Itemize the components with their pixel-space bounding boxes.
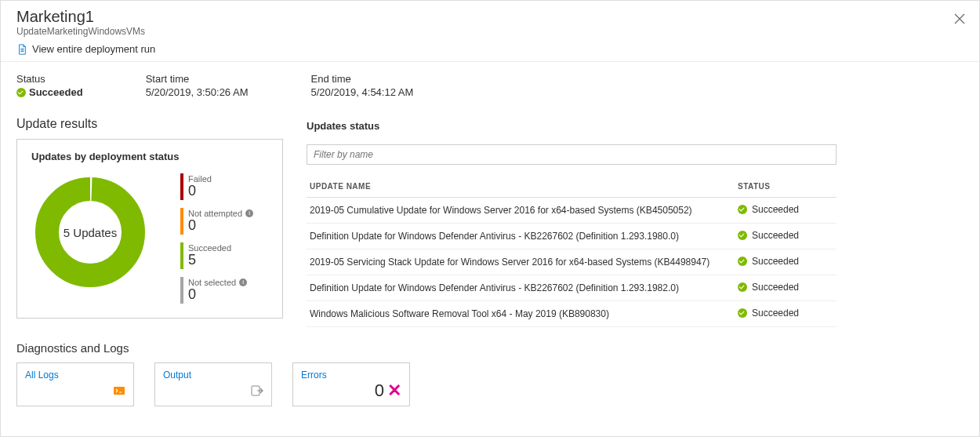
- legend-succeeded-count: 5: [188, 253, 231, 268]
- view-deployment-run-link[interactable]: View entire deployment run: [16, 43, 155, 55]
- legend-not-attempted-label: Not attemptedi: [188, 209, 253, 218]
- close-button[interactable]: [951, 9, 968, 31]
- diagnostics-cards: All Logs Output Errors 0 ✕: [16, 362, 964, 406]
- legend-not-selected: Not selectedi 0: [180, 277, 253, 304]
- blade-root: Marketing1 UpdateMarketingWindowsVMs Vie…: [0, 0, 980, 437]
- summary-end-time: End time 5/20/2019, 4:54:12 AM: [310, 73, 413, 98]
- errors-label: Errors: [301, 370, 401, 381]
- status-text: Succeeded: [752, 256, 799, 267]
- donut-center-label: 5 Updates: [31, 173, 149, 291]
- chart-legend: Failed 0 Not attemptedi 0: [180, 173, 253, 304]
- document-icon: [16, 44, 27, 55]
- diagnostics-heading: Diagnostics and Logs: [16, 341, 964, 355]
- status-text: Succeeded: [752, 308, 799, 319]
- update-status-cell: Succeeded: [735, 301, 837, 327]
- legend-not-attempted-count: 0: [188, 218, 253, 234]
- legend-not-attempted: Not attemptedi 0: [180, 208, 253, 235]
- status-text: Succeeded: [752, 204, 799, 215]
- output-label: Output: [163, 370, 263, 381]
- update-status-cell: Succeeded: [735, 198, 837, 224]
- legend-color-not-selected: [180, 277, 183, 304]
- legend-succeeded: Succeeded 5: [180, 242, 253, 269]
- right-column: Updates status UPDATE NAME STATUS 2019-0…: [307, 117, 964, 327]
- summary-status: Status Succeeded: [16, 73, 83, 98]
- success-icon: [738, 205, 747, 214]
- output-icon: [251, 384, 263, 399]
- toolbar: View entire deployment run: [1, 40, 979, 62]
- legend-failed-count: 0: [188, 184, 212, 199]
- donut-row: 5 Updates Failed 0: [31, 173, 268, 304]
- main-row: Update results Updates by deployment sta…: [1, 117, 979, 327]
- legend-color-succeeded: [180, 242, 183, 269]
- errors-count: 0: [375, 381, 384, 401]
- update-name-cell: Definition Update for Windows Defender A…: [307, 224, 735, 249]
- all-logs-tile[interactable]: All Logs: [16, 362, 134, 406]
- update-name-cell: 2019-05 Servicing Stack Update for Windo…: [307, 249, 735, 275]
- updates-table: UPDATE NAME STATUS 2019-05 Cumulative Up…: [307, 176, 837, 327]
- close-icon: [954, 13, 965, 24]
- success-icon: [738, 257, 747, 266]
- end-time-label: End time: [310, 73, 413, 85]
- logs-icon: [113, 384, 125, 399]
- status-text: Succeeded: [752, 282, 799, 293]
- table-row[interactable]: 2019-05 Cumulative Update for Windows Se…: [307, 198, 837, 224]
- donut-chart: 5 Updates: [31, 173, 149, 291]
- left-column: Update results Updates by deployment sta…: [16, 117, 283, 327]
- update-results-heading: Update results: [16, 117, 283, 131]
- summary-start-time: Start time 5/20/2019, 3:50:26 AM: [146, 73, 249, 98]
- start-time-value: 5/20/2019, 3:50:26 AM: [146, 86, 249, 98]
- info-icon[interactable]: i: [245, 209, 253, 217]
- view-deployment-run-label: View entire deployment run: [32, 43, 155, 55]
- end-time-value: 5/20/2019, 4:54:12 AM: [310, 86, 413, 98]
- col-status[interactable]: STATUS: [735, 176, 837, 198]
- update-name-cell: Windows Malicious Software Removal Tool …: [307, 301, 735, 327]
- legend-color-not-attempted: [180, 208, 183, 235]
- filter-input[interactable]: [307, 144, 837, 165]
- output-tile[interactable]: Output: [154, 362, 272, 406]
- info-icon[interactable]: i: [239, 279, 247, 286]
- table-row[interactable]: Definition Update for Windows Defender A…: [307, 224, 837, 249]
- table-row[interactable]: Windows Malicious Software Removal Tool …: [307, 301, 837, 327]
- page-subtitle: UpdateMarketingWindowsVMs: [16, 26, 964, 37]
- update-status-cell: Succeeded: [735, 224, 837, 249]
- status-value-wrap: Succeeded: [16, 86, 83, 98]
- deployment-status-card: Updates by deployment status 5 Updates: [16, 139, 283, 319]
- success-icon: [16, 88, 26, 97]
- table-row[interactable]: 2019-05 Servicing Stack Update for Windo…: [307, 249, 837, 275]
- success-icon: [738, 308, 747, 318]
- success-icon: [738, 231, 747, 240]
- update-name-cell: 2019-05 Cumulative Update for Windows Se…: [307, 198, 735, 224]
- summary-row: Status Succeeded Start time 5/20/2019, 3…: [1, 62, 979, 117]
- update-status-cell: Succeeded: [735, 249, 837, 275]
- legend-failed: Failed 0: [180, 173, 253, 200]
- status-value: Succeeded: [29, 86, 83, 98]
- errors-tile[interactable]: Errors 0 ✕: [292, 362, 410, 406]
- blade-header: Marketing1 UpdateMarketingWindowsVMs: [1, 1, 979, 40]
- start-time-label: Start time: [146, 73, 249, 85]
- deployment-status-title: Updates by deployment status: [31, 151, 268, 162]
- page-title: Marketing1: [16, 7, 964, 26]
- legend-not-selected-count: 0: [188, 287, 247, 303]
- update-name-cell: Definition Update for Windows Defender A…: [307, 275, 735, 301]
- svg-rect-2: [114, 387, 125, 395]
- update-status-cell: Succeeded: [735, 275, 837, 301]
- all-logs-label: All Logs: [25, 370, 125, 381]
- status-label: Status: [16, 73, 83, 85]
- legend-not-selected-label: Not selectedi: [188, 278, 247, 287]
- status-text: Succeeded: [752, 230, 799, 241]
- updates-status-heading: Updates status: [307, 120, 964, 132]
- success-icon: [738, 282, 747, 292]
- diagnostics-section: Diagnostics and Logs All Logs Output Err…: [1, 327, 979, 406]
- table-row[interactable]: Definition Update for Windows Defender A…: [307, 275, 837, 301]
- errors-x-icon: ✕: [387, 382, 401, 399]
- col-update-name[interactable]: UPDATE NAME: [307, 176, 735, 198]
- legend-color-failed: [180, 173, 183, 200]
